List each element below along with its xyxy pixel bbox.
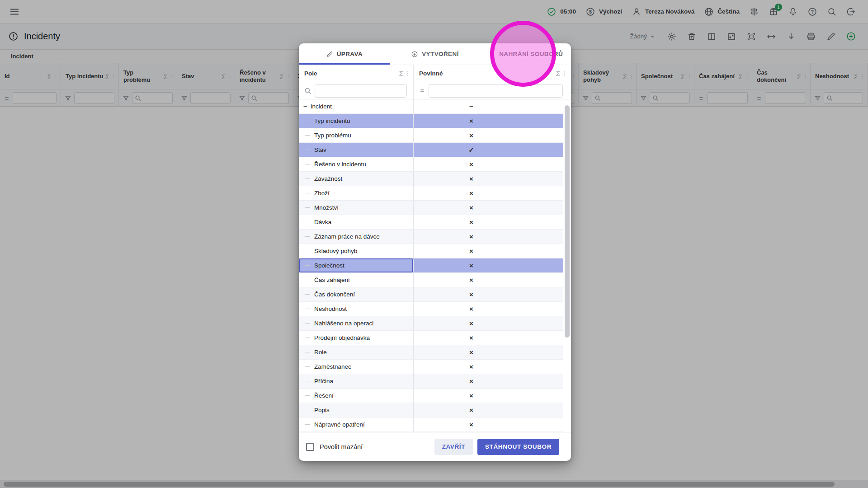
- field-label: Neshodnost: [314, 305, 347, 312]
- field-cell[interactable]: − Zboží: [299, 186, 414, 200]
- field-row[interactable]: − Nahlášeno na operaci ×: [299, 316, 563, 331]
- field-cell[interactable]: − Nápravné opatření: [299, 418, 414, 432]
- field-row[interactable]: − Závažnost ×: [299, 172, 563, 186]
- required-cell[interactable]: ×: [414, 302, 563, 316]
- field-row[interactable]: − Množství ×: [299, 201, 563, 215]
- field-cell[interactable]: − Prodejní objednávka: [299, 331, 414, 345]
- required-cell[interactable]: ×: [414, 244, 563, 258]
- required-cell[interactable]: ×: [414, 172, 563, 186]
- field-row[interactable]: − Společnost ×: [299, 258, 563, 273]
- tree-branch-line: [305, 381, 310, 381]
- field-cell[interactable]: − Čas dokončení: [299, 287, 414, 301]
- required-cell[interactable]: ×: [414, 128, 563, 142]
- required-value: ×: [469, 131, 473, 139]
- required-cell[interactable]: ×: [414, 157, 563, 171]
- required-cell[interactable]: ×: [414, 114, 563, 128]
- required-cell[interactable]: ×: [414, 230, 563, 244]
- required-value: ×: [469, 276, 473, 284]
- field-row[interactable]: − Prodejní objednávka ×: [299, 331, 563, 345]
- field-cell[interactable]: − Čas zahájení: [299, 273, 414, 287]
- field-row[interactable]: − Typ incidentu ×: [299, 114, 563, 128]
- required-cell[interactable]: ×: [414, 215, 563, 229]
- required-cell[interactable]: ×: [414, 316, 563, 330]
- modal-scrollbar-thumb[interactable]: [565, 105, 570, 338]
- field-label: Typ problému: [314, 132, 351, 139]
- field-row[interactable]: − Čas zahájení ×: [299, 273, 563, 287]
- required-cell[interactable]: ×: [414, 374, 563, 388]
- field-cell[interactable]: − Zaměstnanec: [299, 360, 414, 374]
- required-cell[interactable]: ×: [414, 418, 563, 432]
- field-row[interactable]: − Skladový pohyb ×: [299, 244, 563, 258]
- modal-tab[interactable]: ÚPRAVA: [299, 43, 390, 65]
- required-cell[interactable]: −: [414, 99, 563, 113]
- required-cell[interactable]: ×: [414, 345, 563, 359]
- field-cell[interactable]: − Stav: [299, 143, 414, 157]
- field-cell[interactable]: − Řešení: [299, 389, 414, 403]
- aggregate-icon[interactable]: Σ: [399, 70, 403, 77]
- field-cell[interactable]: − Řešeno v incidentu: [299, 157, 414, 171]
- field-cell[interactable]: − Typ incidentu: [299, 114, 414, 128]
- field-row[interactable]: − Řešeno v incidentu ×: [299, 157, 563, 172]
- field-cell[interactable]: − Typ problému: [299, 128, 414, 142]
- field-row[interactable]: − Typ problému ×: [299, 128, 563, 143]
- required-cell[interactable]: ×: [414, 360, 563, 374]
- required-filter-input[interactable]: [429, 84, 563, 98]
- tree-branch-line: [305, 309, 310, 309]
- field-filter-input[interactable]: [315, 84, 407, 98]
- required-cell[interactable]: ×: [414, 201, 563, 215]
- equals-operator-icon[interactable]: =: [419, 87, 425, 94]
- field-cell[interactable]: − Záznam práce na dávce: [299, 230, 414, 244]
- download-file-button[interactable]: STÁHNOUT SOUBOR: [477, 439, 559, 455]
- field-row[interactable]: − Zaměstnanec ×: [299, 360, 563, 374]
- collapse-icon[interactable]: −: [303, 103, 307, 110]
- required-cell[interactable]: ×: [414, 403, 563, 417]
- required-cell[interactable]: ×: [414, 331, 563, 345]
- field-cell[interactable]: − Nahlášeno na operaci: [299, 316, 414, 330]
- field-label: Incident: [311, 103, 332, 110]
- field-cell[interactable]: − Množství: [299, 201, 414, 215]
- field-row[interactable]: − Řešení ×: [299, 389, 563, 403]
- field-cell[interactable]: − Popis: [299, 403, 414, 417]
- field-row[interactable]: − Zboží ×: [299, 186, 563, 201]
- field-row[interactable]: − Čas dokončení ×: [299, 287, 563, 302]
- field-row[interactable]: − Stav ✓: [299, 143, 563, 157]
- close-button[interactable]: ZAVŘÍT: [434, 439, 473, 455]
- field-row[interactable]: − Záznam práce na dávce ×: [299, 230, 563, 244]
- column-drag-handle[interactable]: ⋮: [561, 70, 567, 77]
- aggregate-icon[interactable]: Σ: [556, 70, 560, 77]
- field-row[interactable]: − Role ×: [299, 345, 563, 360]
- tree-branch-line: [305, 265, 310, 266]
- required-cell[interactable]: ×: [414, 287, 563, 301]
- field-row[interactable]: − Neshodnost ×: [299, 302, 563, 316]
- field-row[interactable]: − Nápravné opatření ×: [299, 418, 563, 432]
- field-column-header[interactable]: Pole Σ ⋮: [299, 65, 414, 82]
- field-cell[interactable]: − Incident: [299, 99, 414, 113]
- required-cell[interactable]: ×: [414, 258, 563, 272]
- field-cell[interactable]: − Společnost: [299, 258, 414, 272]
- field-label: Popis: [314, 407, 330, 413]
- column-drag-handle[interactable]: ⋮: [405, 70, 410, 77]
- modal-tab-label: VYTVOŘENÍ: [422, 51, 459, 57]
- required-cell[interactable]: ✓: [414, 143, 563, 157]
- tree-branch-line: [305, 410, 310, 410]
- field-cell[interactable]: − Dávka: [299, 215, 414, 229]
- field-row[interactable]: − Dávka ×: [299, 215, 563, 230]
- tree-branch-line: [305, 366, 310, 367]
- required-value: ×: [469, 305, 473, 313]
- required-value: ×: [469, 377, 473, 385]
- required-cell[interactable]: ×: [414, 273, 563, 287]
- field-cell[interactable]: − Závažnost: [299, 172, 414, 186]
- field-cell[interactable]: − Skladový pohyb: [299, 244, 414, 258]
- field-cell[interactable]: − Příčina: [299, 374, 414, 388]
- required-value: ×: [469, 334, 473, 342]
- tree-branch-line: [305, 178, 310, 179]
- required-cell[interactable]: ×: [414, 186, 563, 200]
- modal-tab[interactable]: VYTVOŘENÍ: [390, 43, 481, 65]
- field-row[interactable]: − Popis ×: [299, 403, 563, 418]
- field-row[interactable]: − Incident −: [299, 99, 563, 114]
- field-cell[interactable]: − Role: [299, 345, 414, 359]
- field-cell[interactable]: − Neshodnost: [299, 302, 414, 316]
- allow-delete-checkbox[interactable]: [306, 443, 314, 451]
- required-cell[interactable]: ×: [414, 389, 563, 403]
- field-row[interactable]: − Příčina ×: [299, 374, 563, 389]
